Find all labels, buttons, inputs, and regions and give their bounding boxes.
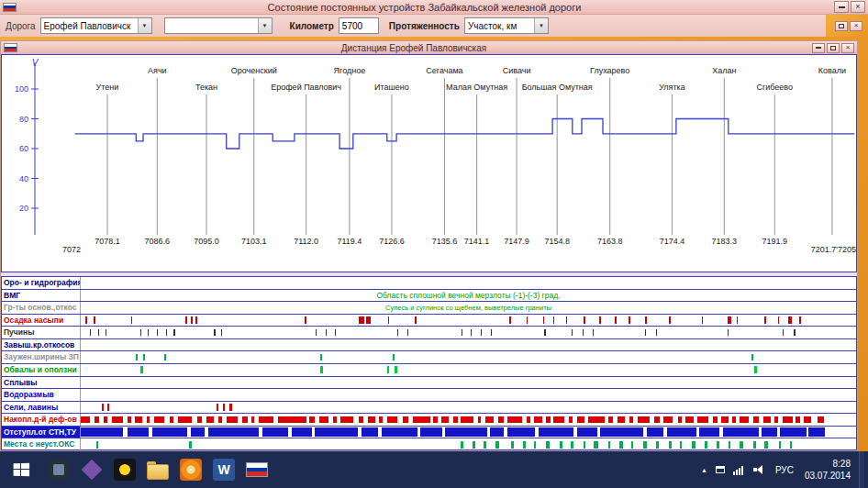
show-desktop-button[interactable] [859, 451, 864, 488]
child-titlebar[interactable]: Дистанция Ерофей Павловичская × [1, 41, 857, 54]
defect-mark [577, 416, 584, 424]
clock-date: 03.07.2014 [805, 470, 851, 482]
defect-mark [98, 329, 99, 337]
minimize-button[interactable] [812, 43, 825, 53]
hidden-icons-arrow-icon[interactable]: ▲ [701, 467, 707, 473]
defect-mark [128, 416, 131, 424]
action-center-icon[interactable] [716, 466, 725, 473]
svg-text:7119.4: 7119.4 [338, 237, 362, 246]
language-indicator[interactable]: РУС [773, 464, 796, 476]
defect-mark [316, 329, 317, 337]
defect-mark [808, 427, 825, 438]
defect-mark [335, 329, 336, 337]
defect-mark [600, 427, 643, 438]
defect-mark [445, 427, 487, 438]
defect-mark [594, 441, 597, 449]
svg-text:Ягодное: Ягодное [334, 66, 366, 75]
defect-mark [461, 441, 463, 449]
defect-mark [481, 329, 482, 337]
volume-icon[interactable] [753, 465, 764, 474]
defect-mark [584, 441, 586, 449]
defect-mark [292, 427, 312, 438]
chevron-down-icon[interactable]: ▼ [534, 18, 548, 33]
defect-mark [178, 416, 192, 424]
russia-flag-icon[interactable] [240, 451, 273, 488]
minimize-icon [839, 6, 845, 8]
svg-text:60: 60 [19, 144, 28, 153]
svg-text:80: 80 [19, 115, 28, 124]
defect-mark [588, 416, 605, 424]
defect-mark [366, 316, 371, 324]
defect-mark [584, 316, 585, 324]
app-window-icon[interactable] [42, 451, 75, 488]
defect-mark [147, 416, 150, 424]
visual-studio-icon[interactable] [75, 451, 108, 488]
windows-logo-icon [13, 462, 29, 477]
length-select[interactable]: Участок, км ▼ [464, 17, 549, 34]
defect-mark [643, 441, 647, 449]
defect-mark [799, 316, 801, 324]
defect-mark [195, 316, 197, 324]
defect-mark [656, 329, 657, 337]
distance-window: Дистанция Ерофей Павловичская × V1008060… [0, 40, 858, 451]
row-label: ВМГ [2, 290, 80, 302]
close-button[interactable]: × [841, 43, 854, 53]
close-button[interactable]: × [850, 21, 862, 31]
media-player-icon[interactable] [174, 451, 207, 488]
minimize-button[interactable] [834, 1, 849, 13]
russia-flag-icon [4, 43, 17, 52]
row-label: Осадка насыпи [2, 315, 80, 327]
word-icon: W [213, 459, 235, 481]
defect-mark [796, 416, 800, 424]
svg-text:7147.9: 7147.9 [504, 237, 529, 246]
defect-mark [723, 427, 759, 438]
system-tray: ▲ РУС 8:28 03.07.2014 [701, 451, 868, 488]
file-explorer-icon[interactable] [141, 451, 174, 488]
length-label: Протяженность [389, 21, 460, 31]
defect-mark [136, 354, 138, 361]
chevron-down-icon[interactable]: ▼ [138, 18, 151, 33]
secondary-select[interactable]: ▼ [164, 17, 273, 34]
defect-mark [778, 316, 780, 324]
defect-mark [96, 441, 98, 449]
restore-button[interactable] [827, 43, 840, 53]
defect-mark [128, 427, 150, 438]
defect-mark [102, 404, 105, 411]
kilometer-input[interactable] [339, 17, 379, 34]
clock[interactable]: 8:28 03.07.2014 [805, 458, 851, 482]
word-icon[interactable]: W [207, 451, 240, 488]
close-button[interactable]: × [851, 1, 865, 13]
defect-mark [577, 427, 597, 438]
defect-mark [629, 316, 630, 324]
defect-mark [753, 416, 759, 424]
defect-mark [753, 441, 755, 449]
defect-mark [697, 416, 708, 424]
defect-mark [788, 316, 792, 324]
defect-mark [278, 416, 306, 424]
table-row: Завыш.кр.откосов [2, 339, 856, 352]
defect-mark [663, 416, 672, 424]
restore-button[interactable] [835, 21, 848, 31]
table-row: Заужен.ширины ЗП [2, 351, 856, 364]
svg-text:7086.6: 7086.6 [145, 237, 171, 246]
yellow-circle-app-icon[interactable] [108, 451, 141, 488]
defect-mark [656, 441, 659, 449]
defect-mark [433, 416, 437, 424]
mdi-area: Дистанция Ерофей Павловичская × V1008060… [0, 37, 868, 451]
network-icon[interactable] [733, 465, 745, 475]
defect-mark [732, 416, 736, 424]
svg-text:20: 20 [19, 204, 28, 213]
row-data-strip [80, 377, 856, 389]
start-button[interactable] [0, 451, 42, 488]
defect-mark [157, 329, 158, 337]
defect-mark [143, 354, 145, 361]
row-label: Оро- и гидрография [2, 277, 80, 289]
defect-mark [804, 416, 811, 424]
svg-text:7103.1: 7103.1 [241, 237, 267, 246]
row-annotation: Область сплошной вечной мерзлоты (-1)-(-… [81, 290, 856, 302]
defect-mark [779, 441, 782, 449]
chevron-down-icon[interactable]: ▼ [258, 18, 272, 33]
road-select[interactable]: Ерофей Павловичск ▼ [40, 17, 152, 34]
table-row: Сплывы [2, 377, 856, 390]
table-row: Отступл.от СТН,ТУ [2, 427, 856, 439]
